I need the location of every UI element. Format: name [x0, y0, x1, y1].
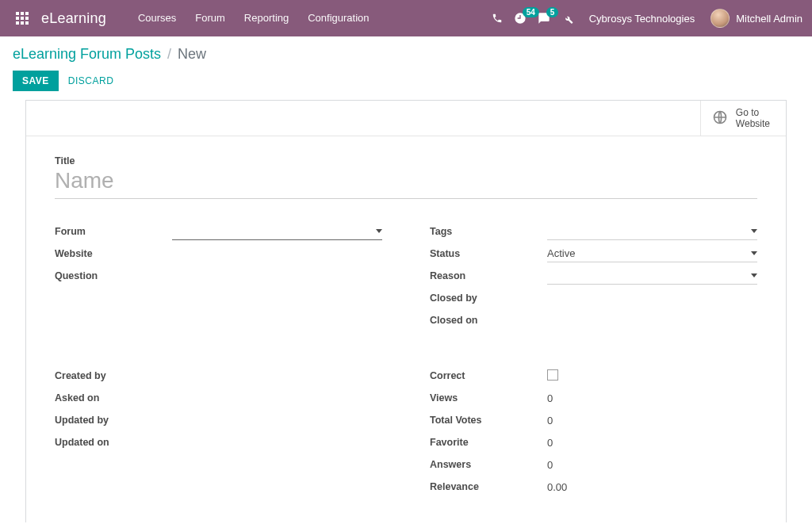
correct-checkbox[interactable]: [547, 369, 558, 381]
answers-value: 0: [547, 459, 757, 471]
svg-rect-4: [21, 17, 24, 20]
breadcrumb-root[interactable]: eLearning Forum Posts: [13, 46, 161, 63]
label-answers: Answers: [430, 459, 547, 470]
svg-rect-2: [25, 12, 29, 15]
save-button[interactable]: Save: [13, 71, 59, 91]
go-to-website-button[interactable]: Go to Website: [700, 101, 786, 136]
relevance-value: 0.00: [547, 481, 757, 493]
label-relevance: Relevance: [430, 481, 547, 492]
phone-icon[interactable]: [492, 13, 503, 24]
label-closed-on: Closed on: [430, 315, 547, 326]
control-panel: eLearning Forum Posts / New Save Discard: [0, 36, 812, 100]
title-input[interactable]: [55, 166, 757, 199]
discuss-badge: 5: [546, 7, 559, 17]
avatar: [710, 9, 730, 28]
svg-rect-7: [21, 21, 24, 25]
app-brand[interactable]: eLearning: [41, 10, 106, 27]
label-views: Views: [430, 392, 547, 404]
nav-courses[interactable]: Courses: [128, 0, 186, 36]
user-name: Mitchell Admin: [736, 13, 802, 25]
activities-icon[interactable]: 54: [514, 12, 527, 25]
label-updated-by: Updated by: [55, 415, 172, 426]
stat-button-text: Go to Website: [736, 107, 770, 129]
stat-button-box: Go to Website: [26, 101, 786, 136]
label-status: Status: [430, 248, 547, 259]
chevron-down-icon: [751, 251, 757, 255]
breadcrumb-current: New: [178, 46, 206, 63]
reason-dropdown[interactable]: [547, 267, 757, 285]
tags-dropdown[interactable]: [547, 223, 757, 240]
chevron-down-icon: [376, 229, 382, 233]
label-correct: Correct: [430, 370, 547, 381]
form-scroll[interactable]: Go to Website Title Forum We: [0, 100, 812, 522]
label-favorite: Favorite: [430, 437, 547, 448]
forum-dropdown[interactable]: [172, 223, 382, 240]
user-menu[interactable]: Mitchell Admin: [710, 9, 802, 28]
apps-icon[interactable]: [6, 12, 38, 25]
chevron-down-icon: [751, 273, 757, 277]
svg-rect-6: [16, 21, 19, 25]
activities-badge: 54: [523, 7, 539, 17]
chevron-down-icon: [751, 229, 757, 233]
breadcrumb-sep: /: [167, 46, 171, 63]
right-col-2: Correct Views 0 Total Votes 0 Favorite 0: [430, 365, 757, 499]
title-label: Title: [55, 155, 757, 166]
label-created-by: Created by: [55, 370, 172, 381]
right-col-1: Tags Status Active Reason: [430, 221, 757, 332]
favorite-value: 0: [547, 437, 757, 449]
svg-rect-8: [25, 21, 29, 25]
label-total-votes: Total Votes: [430, 415, 547, 426]
label-updated-on: Updated on: [55, 437, 172, 448]
label-forum: Forum: [55, 226, 172, 237]
label-reason: Reason: [430, 270, 547, 281]
discuss-icon[interactable]: 5: [538, 12, 550, 25]
globe-icon: [712, 109, 728, 128]
nav-forum[interactable]: Forum: [186, 0, 235, 36]
systray: 54 5 Cybrosys Technologies Mitchell Admi…: [492, 9, 806, 28]
label-question: Question: [55, 270, 172, 281]
discard-button[interactable]: Discard: [59, 71, 124, 91]
label-website: Website: [55, 248, 172, 259]
status-dropdown[interactable]: Active: [547, 245, 757, 262]
views-value: 0: [547, 392, 757, 404]
form-sheet: Go to Website Title Forum We: [25, 100, 787, 522]
svg-rect-1: [21, 12, 24, 15]
label-closed-by: Closed by: [430, 293, 547, 304]
nav-reporting[interactable]: Reporting: [235, 0, 298, 36]
company-switcher[interactable]: Cybrosys Technologies: [584, 13, 699, 25]
svg-rect-0: [16, 12, 19, 15]
tools-icon[interactable]: [561, 13, 573, 25]
svg-rect-5: [25, 17, 29, 20]
nav-menu: Courses Forum Reporting Configuration: [128, 0, 379, 36]
main-navbar: eLearning Courses Forum Reporting Config…: [0, 0, 812, 36]
left-col-1: Forum Website Question: [55, 221, 382, 332]
svg-rect-3: [16, 17, 19, 20]
nav-configuration[interactable]: Configuration: [298, 0, 378, 36]
label-asked-on: Asked on: [55, 392, 172, 404]
label-tags: Tags: [430, 226, 547, 237]
breadcrumb: eLearning Forum Posts / New: [13, 46, 799, 63]
left-col-2: Created by Asked on Updated by Updated o…: [55, 365, 382, 499]
total-votes-value: 0: [547, 415, 757, 426]
